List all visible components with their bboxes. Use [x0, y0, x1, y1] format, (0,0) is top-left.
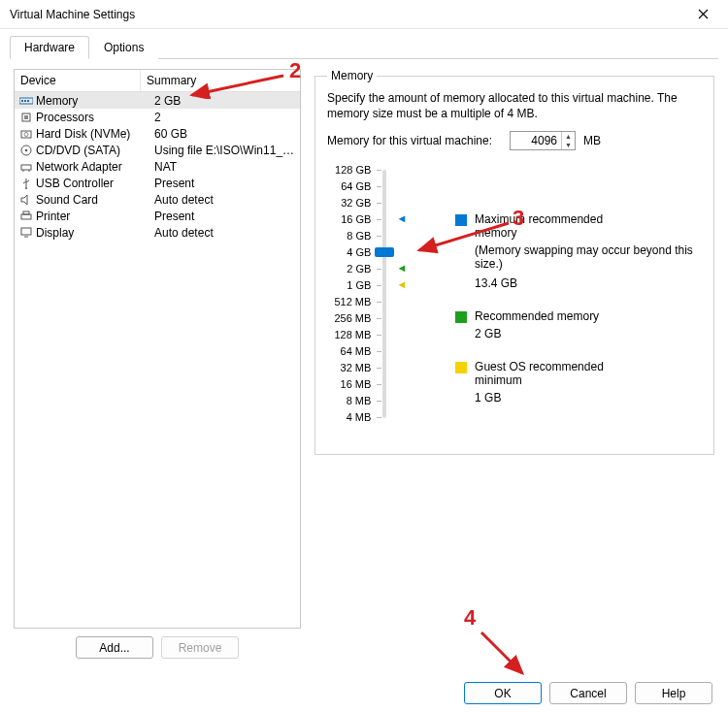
col-header-summary[interactable]: Summary — [141, 70, 300, 91]
display-icon — [18, 227, 34, 239]
device-row-display[interactable]: DisplayAuto detect — [15, 224, 300, 241]
device-summary: 2 GB — [154, 94, 296, 108]
tab-hardware[interactable]: Hardware — [10, 36, 89, 59]
device-list[interactable]: Device Summary Memory2 GBProcessors2Hard… — [14, 69, 301, 629]
tick-label: 8 MB — [327, 393, 377, 409]
device-row-sound[interactable]: Sound CardAuto detect — [15, 191, 300, 208]
device-row-cpu[interactable]: Processors2 — [15, 109, 300, 125]
spinner-down-icon[interactable]: ▼ — [562, 141, 575, 149]
tick-label: 4 GB — [327, 244, 377, 261]
titlebar: Virtual Machine Settings — [0, 0, 728, 29]
memory-legend: Memory — [327, 69, 377, 82]
list-header: Device Summary — [15, 70, 300, 92]
legend-max-value: 13.4 GB — [475, 276, 702, 290]
device-name: Processors — [36, 111, 154, 124]
svg-rect-16 — [21, 228, 31, 235]
device-row-printer[interactable]: PrinterPresent — [15, 208, 300, 224]
tick-label: 64 MB — [327, 343, 377, 360]
ok-button[interactable]: OK — [464, 682, 542, 704]
swatch-min-icon — [455, 362, 467, 373]
memory-unit: MB — [583, 134, 601, 147]
device-summary: Auto detect — [154, 193, 296, 207]
device-row-memory[interactable]: Memory2 GB — [15, 92, 300, 109]
legend-rec-value: 2 GB — [475, 327, 702, 340]
dialog-button-bar: OK Cancel Help — [464, 682, 712, 704]
device-row-usb[interactable]: USB ControllerPresent — [15, 175, 300, 191]
window-title: Virtual Machine Settings — [10, 8, 683, 21]
printer-icon — [18, 210, 34, 222]
tab-bar: Hardware Options — [0, 29, 728, 58]
tick-label: 128 GB — [327, 162, 377, 178]
svg-rect-14 — [21, 214, 31, 219]
disk-icon — [18, 128, 34, 140]
cd-icon — [18, 145, 34, 156]
device-summary: Using file E:\ISO\Win11_Chi... — [154, 144, 296, 157]
marker-max-icon: ◄ — [396, 212, 407, 224]
memory-description: Specify the amount of memory allocated t… — [327, 90, 702, 121]
tick-label: 32 MB — [327, 360, 377, 376]
legend-max-note: (Memory swapping may occur beyond this s… — [475, 243, 702, 271]
tick-label: 4 MB — [327, 409, 377, 426]
swatch-max-icon — [455, 214, 467, 226]
device-name: CD/DVD (SATA) — [36, 144, 154, 157]
memory-fieldset: Memory Specify the amount of memory allo… — [314, 69, 714, 455]
device-name: USB Controller — [36, 177, 154, 190]
svg-rect-5 — [24, 115, 28, 119]
tick-label: 128 MB — [327, 327, 377, 343]
device-summary: Present — [154, 177, 296, 190]
swatch-rec-icon — [455, 311, 467, 323]
spinner-up-icon[interactable]: ▲ — [562, 132, 575, 141]
memory-spinner[interactable]: ▲ ▼ — [510, 131, 576, 150]
device-row-net[interactable]: Network AdapterNAT — [15, 158, 300, 175]
legend-min-value: 1 GB — [475, 391, 702, 405]
tick-label: 2 GB — [327, 261, 377, 277]
marker-min-icon: ◄ — [396, 278, 407, 290]
add-button[interactable]: Add... — [76, 636, 153, 659]
device-name: Network Adapter — [36, 160, 154, 174]
device-summary: Auto detect — [154, 226, 296, 240]
help-button[interactable]: Help — [635, 682, 712, 704]
tick-label: 512 MB — [327, 294, 377, 310]
tick-label: 16 MB — [327, 376, 377, 393]
close-button[interactable] — [683, 1, 722, 28]
device-name: Sound Card — [36, 193, 154, 207]
tick-label: 32 GB — [327, 195, 377, 211]
device-row-disk[interactable]: Hard Disk (NVMe)60 GB — [15, 125, 300, 142]
slider-thumb[interactable] — [375, 247, 394, 257]
close-icon — [698, 9, 709, 19]
svg-point-7 — [24, 132, 28, 136]
cancel-button[interactable]: Cancel — [549, 682, 627, 704]
svg-rect-15 — [23, 211, 29, 214]
marker-recommended-icon: ◄ — [396, 262, 407, 274]
memory-legend-area: Maximum recommended memory (Memory swapp… — [455, 162, 702, 426]
cpu-icon — [18, 112, 34, 123]
device-row-cd[interactable]: CD/DVD (SATA)Using file E:\ISO\Win11_Chi… — [15, 142, 300, 158]
tick-label: 8 GB — [327, 228, 377, 244]
device-name: Display — [36, 226, 154, 240]
device-summary: Present — [154, 210, 296, 223]
svg-rect-2 — [24, 100, 26, 102]
legend-rec-label: Recommended memory — [475, 309, 599, 323]
tick-label: 256 MB — [327, 310, 377, 327]
tab-options[interactable]: Options — [89, 36, 158, 59]
svg-rect-1 — [21, 100, 23, 102]
slider-tick-labels: 128 GB64 GB32 GB16 GB8 GB4 GB2 GB1 GB512… — [327, 162, 377, 426]
device-name: Hard Disk (NVMe) — [36, 127, 154, 141]
svg-point-13 — [25, 187, 27, 189]
memory-input[interactable] — [511, 134, 561, 147]
memory-slider[interactable]: ◄ ◄ ◄ — [377, 162, 413, 426]
device-summary: 2 — [154, 111, 296, 124]
tick-label: 1 GB — [327, 277, 377, 294]
svg-rect-3 — [27, 100, 29, 102]
legend-max-label: Maximum recommended memory — [475, 212, 640, 240]
usb-icon — [18, 178, 34, 189]
tick-label: 16 GB — [327, 211, 377, 228]
remove-button: Remove — [161, 636, 239, 659]
device-name: Printer — [36, 210, 154, 223]
svg-point-9 — [25, 148, 28, 151]
tick-label: 64 GB — [327, 178, 377, 195]
device-name: Memory — [36, 94, 154, 108]
col-header-device[interactable]: Device — [15, 70, 141, 91]
device-summary: 60 GB — [154, 127, 296, 141]
memory-icon — [18, 96, 34, 106]
